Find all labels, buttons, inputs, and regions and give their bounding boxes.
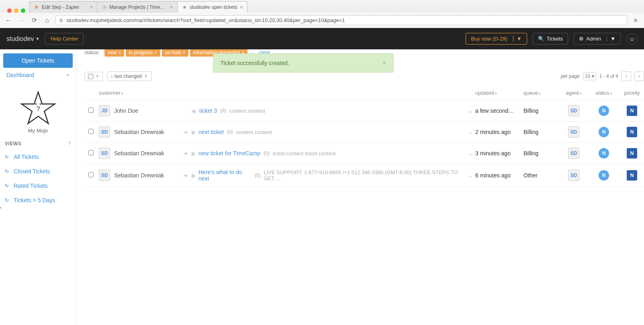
ticket-row[interactable]: JD John Doe ◉ ticket 3 (0) content conte… <box>84 100 644 122</box>
sidebar-view-link[interactable]: ↻Closed Tickets <box>3 164 73 179</box>
close-icon[interactable]: × <box>240 4 243 10</box>
eye-icon: ◉ <box>191 129 195 135</box>
views-header-label: VIEWS <box>5 141 21 146</box>
queue-cell: Billing <box>523 129 560 135</box>
row-checkbox[interactable] <box>88 129 94 134</box>
col-priority[interactable]: priority <box>620 90 644 96</box>
priority-badge[interactable]: N <box>627 127 637 137</box>
per-page-select[interactable]: 10 ▾ <box>583 72 596 80</box>
browser-tab[interactable]: ★ studiodev open tickets × <box>177 1 247 13</box>
status-tag[interactable]: on hold× <box>162 49 188 57</box>
browser-tab[interactable]: ◷ Manage Projects | TimeCa… × <box>97 1 178 13</box>
admin-button[interactable]: ⚙ Admin ▼ <box>574 33 621 45</box>
customer-name: John Doe <box>114 108 138 114</box>
ticket-title-link[interactable]: Here's what to do next <box>198 169 251 182</box>
col-queue[interactable]: queue▾ <box>523 90 560 96</box>
close-icon[interactable]: × <box>382 59 386 67</box>
col-customer[interactable]: customer▾ <box>99 90 183 96</box>
agent-badge[interactable]: SD <box>568 170 579 181</box>
ticket-title-link[interactable]: ticket 3 <box>199 108 217 114</box>
prev-page-button[interactable]: ‹ <box>622 71 631 81</box>
customer-name: Sebastian Drewniak <box>114 172 164 179</box>
refresh-icon: ↻ <box>5 154 10 160</box>
buy-now-button[interactable]: Buy now (D-29) ▼ <box>466 33 527 45</box>
status-badge[interactable]: N <box>599 127 609 137</box>
updated-cell: 6 minutes ago <box>475 172 523 179</box>
mojo-widget: ? My Mojo <box>3 90 73 134</box>
brand-menu[interactable]: studiodev ▼ <box>6 35 39 43</box>
url-field[interactable]: 🗎 studiodev.mojohelpdesk.com/ma/#/ticket… <box>55 15 627 25</box>
row-checkbox[interactable] <box>88 108 94 113</box>
caret-down-icon[interactable]: ▼ <box>513 36 522 42</box>
expand-row-button[interactable]: ⌄ <box>466 172 475 179</box>
agent-badge[interactable]: SD <box>568 148 579 159</box>
caret-down-icon[interactable]: ▼ <box>607 36 615 42</box>
ticket-row[interactable]: SD Sebastian Drewniak ➜ ◉ Here's what to… <box>84 164 644 187</box>
home-button[interactable]: ⌂ <box>43 16 51 25</box>
views-header: VIEWS ? <box>3 138 73 150</box>
browser-tab[interactable]: ✻ Edit Step - Zapier × <box>29 1 98 13</box>
remove-tag-icon[interactable]: × <box>154 50 157 55</box>
ticket-row[interactable]: SD Sebastian Drewniak ➜ ◉ next ticket (0… <box>84 122 644 143</box>
col-updated[interactable]: updated▾ <box>475 90 523 96</box>
status-badge[interactable]: N <box>599 106 609 116</box>
next-page-button[interactable]: › <box>634 71 644 81</box>
col-agent[interactable]: agent▾ <box>560 90 588 96</box>
expand-row-button[interactable]: ⌄ <box>466 108 475 114</box>
tab-strip: ✻ Edit Step - Zapier ×◷ Manage Projects … <box>0 0 644 13</box>
ticket-title-link[interactable]: next ticket <box>198 129 224 135</box>
close-window-icon[interactable] <box>7 8 12 13</box>
forward-icon: ➜ <box>183 150 188 156</box>
favicon-icon: ★ <box>182 4 187 10</box>
url-text: studiodev.mojohelpdesk.com/ma/#/tickets/… <box>66 17 345 23</box>
help-center-button[interactable]: Help Center <box>45 33 83 45</box>
status-badge[interactable]: N <box>599 148 609 158</box>
row-checkbox[interactable] <box>88 150 94 155</box>
view-label: Tickets > 5 Days <box>14 197 55 203</box>
close-icon[interactable]: × <box>170 4 173 10</box>
sidebar-view-link[interactable]: ↻Tickets > 5 Days <box>3 193 73 207</box>
refresh-icon: ↻ <box>5 197 10 203</box>
row-checkbox[interactable] <box>88 172 94 177</box>
ticket-row[interactable]: SD Sebastian Drewniak ➜ ◉ new ticket for… <box>84 143 644 164</box>
app-bar: studiodev ▼ Help Center Buy now (D-29) ▼… <box>0 28 644 49</box>
agent-badge[interactable]: SD <box>568 126 579 138</box>
eye-icon: ◉ <box>192 108 196 114</box>
dashboard-link[interactable]: Dashboard ▼ <box>3 68 73 82</box>
select-all-input[interactable] <box>88 74 93 79</box>
minimize-window-icon[interactable] <box>14 8 18 13</box>
agent-badge[interactable]: SD <box>568 105 579 116</box>
open-tickets-button[interactable]: Open Tickets <box>3 53 73 68</box>
menu-button[interactable]: ≡ <box>631 16 640 25</box>
back-button[interactable]: ← <box>4 16 13 25</box>
tickets-button[interactable]: 🔍 Tickets <box>533 33 568 45</box>
feedback-button[interactable]: ☺ <box>626 33 638 45</box>
forward-button[interactable]: → <box>17 16 26 25</box>
sidebar-view-link[interactable]: ↻All Tickets <box>3 150 73 164</box>
ticket-title-link[interactable]: new ticket for TimeCamp <box>198 150 260 156</box>
priority-badge[interactable]: N <box>627 148 637 158</box>
status-tag[interactable]: in progress× <box>126 49 160 57</box>
list-toolbar: ▼ ↓ last changed ▼ per page 10 ▾ 1 - 4 o… <box>84 71 644 81</box>
reload-button[interactable]: ⟳ <box>30 16 39 25</box>
tickets-label: Tickets <box>547 36 563 42</box>
expand-row-button[interactable]: ⌄ <box>466 129 475 135</box>
col-status[interactable]: status▾ <box>588 90 620 96</box>
sidebar-view-link[interactable]: ↻Rated Tickets <box>3 179 73 193</box>
priority-badge[interactable]: N <box>627 170 637 181</box>
window-controls[interactable] <box>3 8 29 13</box>
close-icon[interactable]: × <box>90 4 93 10</box>
sort-button[interactable]: ↓ last changed ▼ <box>107 71 151 81</box>
priority-badge[interactable]: N <box>627 106 637 116</box>
mojo-label: My Mojo <box>3 128 73 134</box>
status-badge[interactable]: N <box>599 170 609 181</box>
maximize-window-icon[interactable] <box>21 8 25 13</box>
ticket-count: (0) <box>264 150 270 156</box>
select-all-checkbox[interactable]: ▼ <box>84 72 103 81</box>
status-tag[interactable]: new× <box>104 49 124 57</box>
remove-tag-icon[interactable]: × <box>118 50 121 55</box>
remove-tag-icon[interactable]: × <box>182 50 185 55</box>
help-icon[interactable]: ? <box>68 141 71 146</box>
eye-icon: ◉ <box>191 173 195 179</box>
expand-row-button[interactable]: ⌄ <box>466 150 475 156</box>
